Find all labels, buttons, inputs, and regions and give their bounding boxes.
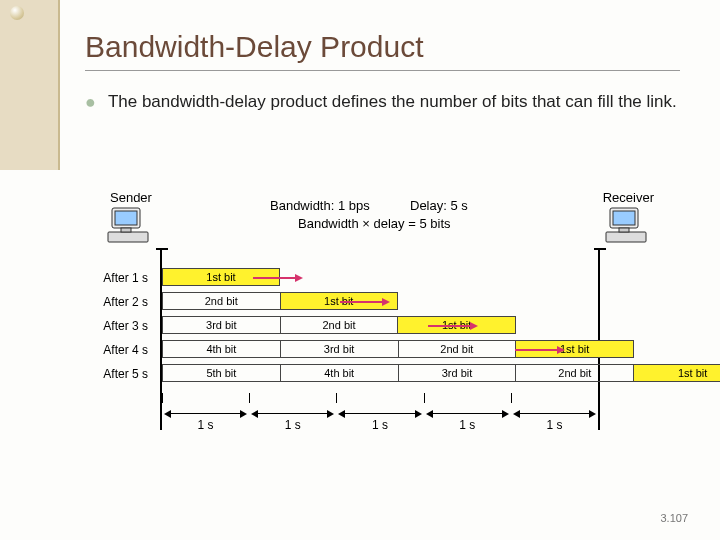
tick-mark (424, 393, 425, 403)
arrow-right-icon (340, 297, 390, 305)
dimension-arrow (336, 406, 423, 418)
arrow-right-icon (428, 321, 478, 329)
bit-cell: 2nd bit (162, 292, 280, 310)
bit-row: After 1 s1st bit (70, 268, 660, 292)
bullet-item: ● The bandwidth-delay product defines th… (85, 91, 680, 114)
dimension-arrows (162, 406, 598, 418)
bit-cell: 3rd bit (398, 364, 516, 382)
tick-mark (336, 393, 337, 403)
svg-rect-6 (606, 232, 646, 242)
bit-cell: 4th bit (280, 364, 398, 382)
segment-duration-label: 1 s (162, 418, 249, 432)
bit-cell: 5th bit (162, 364, 280, 382)
segment-duration-label: 1 s (511, 418, 598, 432)
segment-duration-label: 1 s (336, 418, 423, 432)
segment-labels: 1 s1 s1 s1 s1 s (162, 418, 598, 432)
bit-cell: 3rd bit (280, 340, 398, 358)
delay-label: Delay: 5 s (410, 198, 468, 213)
bullet-text: The bandwidth-delay product defines the … (108, 91, 677, 114)
computer-icon (604, 206, 648, 249)
product-label: Bandwidth × delay = 5 bits (298, 216, 451, 231)
row-time-label: After 2 s (70, 295, 148, 309)
svg-marker-11 (382, 298, 390, 306)
bit-cell: 2nd bit (398, 340, 516, 358)
svg-rect-5 (613, 211, 635, 225)
bit-cell: 4th bit (162, 340, 280, 358)
svg-rect-3 (121, 228, 131, 232)
bit-rows: After 1 s1st bitAfter 2 s2nd bit1st bitA… (70, 268, 660, 388)
arrow-right-icon (515, 345, 565, 353)
tick-mark (511, 393, 512, 403)
bullet-marker-icon: ● (85, 91, 96, 114)
row-time-label: After 3 s (70, 319, 148, 333)
slide-title: Bandwidth-Delay Product (85, 30, 680, 71)
computer-icon (106, 206, 150, 249)
tick-mark (598, 393, 599, 403)
svg-rect-7 (619, 228, 629, 232)
tick-mark (162, 393, 163, 403)
sender-label: Sender (110, 190, 152, 205)
svg-rect-2 (108, 232, 148, 242)
bit-cell: 2nd bit (515, 364, 633, 382)
svg-marker-13 (470, 322, 478, 330)
bit-row: After 2 s2nd bit1st bit (70, 292, 660, 316)
decoration-dot (10, 6, 24, 20)
svg-rect-1 (115, 211, 137, 225)
bandwidth-delay-diagram: Sender Receiver Bandwidth: 1 bps Delay: … (70, 190, 660, 490)
segment-duration-label: 1 s (249, 418, 336, 432)
dimension-arrow (249, 406, 336, 418)
dimension-arrow (162, 406, 249, 418)
bit-cell: 1st bit (633, 364, 720, 382)
row-time-label: After 5 s (70, 367, 148, 381)
tick-mark (249, 393, 250, 403)
bit-row: After 4 s4th bit3rd bit2nd bit1st bit (70, 340, 660, 364)
bit-cell: 2nd bit (280, 316, 398, 334)
receiver-label: Receiver (603, 190, 654, 205)
bit-cells: 5th bit4th bit3rd bit2nd bit1st bit (162, 364, 720, 382)
bit-row: After 3 s3rd bit2nd bit1st bit (70, 316, 660, 340)
timescale: 1 s1 s1 s1 s1 s (162, 396, 598, 430)
arrow-right-icon (253, 273, 303, 281)
row-time-label: After 4 s (70, 343, 148, 357)
row-time-label: After 1 s (70, 271, 148, 285)
bit-cell: 3rd bit (162, 316, 280, 334)
svg-marker-9 (295, 274, 303, 282)
svg-marker-15 (557, 346, 565, 354)
tick-marks (162, 396, 598, 406)
bit-row: After 5 s5th bit4th bit3rd bit2nd bit1st… (70, 364, 660, 388)
segment-duration-label: 1 s (424, 418, 511, 432)
bandwidth-label: Bandwidth: 1 bps (270, 198, 370, 213)
slide-decoration-strip (0, 0, 60, 170)
dimension-arrow (424, 406, 511, 418)
dimension-arrow (511, 406, 598, 418)
page-number: 3.107 (660, 512, 688, 524)
